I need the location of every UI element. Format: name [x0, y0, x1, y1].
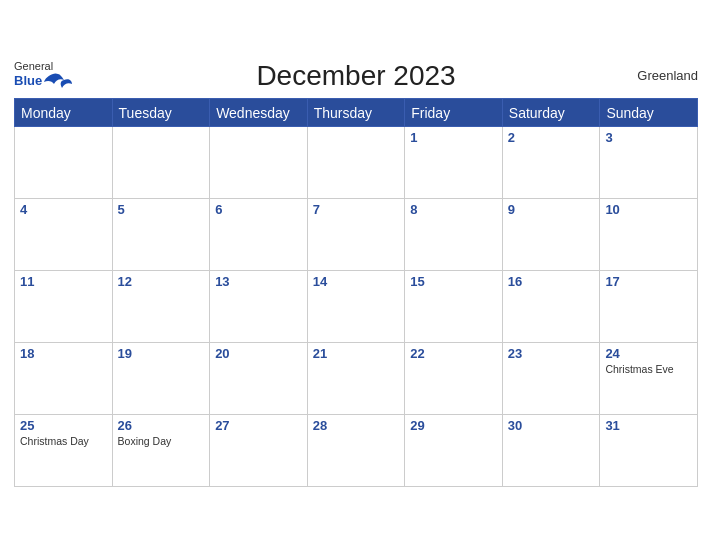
calendar-cell: 2: [502, 126, 600, 198]
calendar-cell: 5: [112, 198, 210, 270]
day-number: 13: [215, 274, 302, 289]
region-label: Greenland: [637, 68, 698, 83]
month-title: December 2023: [256, 60, 455, 92]
day-number: 7: [313, 202, 400, 217]
day-number: 23: [508, 346, 595, 361]
day-number: 6: [215, 202, 302, 217]
calendar-cell: 27: [210, 414, 308, 486]
calendar-cell: 18: [15, 342, 113, 414]
day-number: 1: [410, 130, 497, 145]
weekday-header-row: Monday Tuesday Wednesday Thursday Friday…: [15, 98, 698, 126]
header-tuesday: Tuesday: [112, 98, 210, 126]
calendar-cell: 4: [15, 198, 113, 270]
header-sunday: Sunday: [600, 98, 698, 126]
calendar-cell: [210, 126, 308, 198]
day-number: 22: [410, 346, 497, 361]
calendar-week-row-2: 45678910: [15, 198, 698, 270]
calendar-cell: 19: [112, 342, 210, 414]
day-number: 24: [605, 346, 692, 361]
logo-area: General Blue: [14, 60, 72, 92]
logo-blue: Blue: [14, 74, 42, 88]
day-number: 10: [605, 202, 692, 217]
day-number: 28: [313, 418, 400, 433]
calendar-cell: 22: [405, 342, 503, 414]
calendar-cell: 15: [405, 270, 503, 342]
day-number: 4: [20, 202, 107, 217]
calendar-wrapper: General Blue December 2023 Greenland Mon…: [0, 50, 712, 501]
day-number: 18: [20, 346, 107, 361]
day-number: 5: [118, 202, 205, 217]
calendar-cell: 28: [307, 414, 405, 486]
day-number: 16: [508, 274, 595, 289]
calendar-cell: 31: [600, 414, 698, 486]
calendar-cell: 8: [405, 198, 503, 270]
calendar-cell: 25Christmas Day: [15, 414, 113, 486]
calendar-cell: 12: [112, 270, 210, 342]
day-number: 29: [410, 418, 497, 433]
calendar-cell: 6: [210, 198, 308, 270]
header-friday: Friday: [405, 98, 503, 126]
calendar-cell: 9: [502, 198, 600, 270]
calendar-cell: 11: [15, 270, 113, 342]
logo-general: General: [14, 60, 72, 72]
day-event: Christmas Eve: [605, 363, 692, 375]
calendar-week-row-4: 18192021222324Christmas Eve: [15, 342, 698, 414]
day-number: 15: [410, 274, 497, 289]
calendar-cell: 1: [405, 126, 503, 198]
calendar-header: General Blue December 2023 Greenland: [14, 60, 698, 92]
calendar-cell: 10: [600, 198, 698, 270]
calendar-cell: [307, 126, 405, 198]
day-number: 27: [215, 418, 302, 433]
day-number: 17: [605, 274, 692, 289]
calendar-cell: [15, 126, 113, 198]
day-number: 11: [20, 274, 107, 289]
day-number: 21: [313, 346, 400, 361]
calendar-cell: 20: [210, 342, 308, 414]
day-number: 19: [118, 346, 205, 361]
day-number: 30: [508, 418, 595, 433]
calendar-cell: 30: [502, 414, 600, 486]
day-event: Christmas Day: [20, 435, 107, 447]
calendar-cell: 3: [600, 126, 698, 198]
day-number: 12: [118, 274, 205, 289]
calendar-cell: 16: [502, 270, 600, 342]
calendar-cell: 24Christmas Eve: [600, 342, 698, 414]
header-monday: Monday: [15, 98, 113, 126]
day-event: Boxing Day: [118, 435, 205, 447]
calendar-cell: 29: [405, 414, 503, 486]
day-number: 26: [118, 418, 205, 433]
calendar-week-row-3: 11121314151617: [15, 270, 698, 342]
calendar-week-row-1: 123: [15, 126, 698, 198]
header-wednesday: Wednesday: [210, 98, 308, 126]
header-saturday: Saturday: [502, 98, 600, 126]
calendar-cell: 17: [600, 270, 698, 342]
day-number: 3: [605, 130, 692, 145]
calendar-week-row-5: 25Christmas Day26Boxing Day2728293031: [15, 414, 698, 486]
calendar-cell: 14: [307, 270, 405, 342]
day-number: 14: [313, 274, 400, 289]
calendar-cell: 7: [307, 198, 405, 270]
day-number: 2: [508, 130, 595, 145]
day-number: 20: [215, 346, 302, 361]
day-number: 9: [508, 202, 595, 217]
day-number: 31: [605, 418, 692, 433]
calendar-cell: 21: [307, 342, 405, 414]
calendar-cell: 23: [502, 342, 600, 414]
day-number: 8: [410, 202, 497, 217]
calendar-body: 123456789101112131415161718192021222324C…: [15, 126, 698, 486]
calendar-table: Monday Tuesday Wednesday Thursday Friday…: [14, 98, 698, 487]
calendar-cell: 13: [210, 270, 308, 342]
calendar-cell: [112, 126, 210, 198]
logo-bird-icon: [44, 72, 72, 92]
calendar-cell: 26Boxing Day: [112, 414, 210, 486]
header-thursday: Thursday: [307, 98, 405, 126]
day-number: 25: [20, 418, 107, 433]
